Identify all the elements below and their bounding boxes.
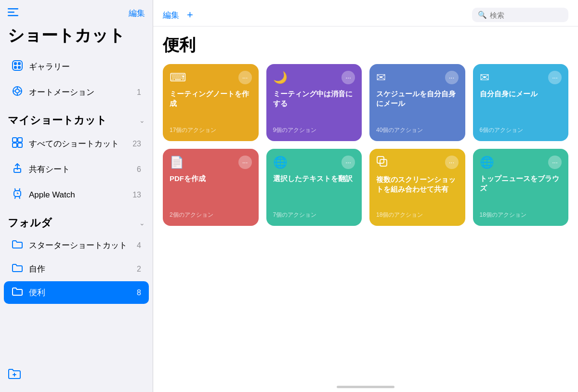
apple-watch-icon <box>12 188 23 201</box>
meeting-notes-icon: ⌨ <box>170 71 186 84</box>
gallery-label: ギャラリー <box>29 61 141 72</box>
translate-text-count: 7個のアクション <box>273 211 355 219</box>
svg-rect-3 <box>15 8 18 10</box>
main-search-bar[interactable]: 🔍 <box>472 8 568 22</box>
shared-icon <box>12 163 23 176</box>
mute-meeting-more-button[interactable]: ··· <box>342 71 355 84</box>
shortcut-card-combine-screenshots[interactable]: ··· 複数のスクリーンショットを組み合わせて共有 18個のアクション <box>369 149 465 226</box>
combine-screenshots-title: 複数のスクリーンショットを組み合わせて共有 <box>376 175 459 208</box>
schedule-mail-count: 40個のアクション <box>376 126 459 134</box>
send-self-mail-more-button[interactable]: ··· <box>548 71 562 84</box>
create-pdf-more-button[interactable]: ··· <box>238 156 252 169</box>
meeting-notes-more-button[interactable]: ··· <box>238 71 252 84</box>
mute-meeting-title: ミーティング中は消音にする <box>273 89 355 123</box>
svg-rect-2 <box>8 15 18 16</box>
search-icon: 🔍 <box>478 11 487 19</box>
svg-rect-4 <box>13 61 22 70</box>
card-top-row: ✉ ··· <box>480 71 562 84</box>
shared-count: 6 <box>137 165 141 174</box>
translate-text-more-button[interactable]: ··· <box>342 156 355 169</box>
translate-text-icon: 🌐 <box>273 156 288 169</box>
schedule-mail-icon: ✉ <box>376 71 386 84</box>
sidebar-toggle-icon[interactable] <box>8 8 18 19</box>
automation-label: オートメーション <box>29 87 131 98</box>
jisaku-folder-icon <box>12 263 23 274</box>
sidebar-edit-button[interactable]: 編集 <box>129 8 145 19</box>
folders-section-header: フォルダ ⌄ <box>0 208 153 234</box>
card-top-row: ✉ ··· <box>376 71 459 84</box>
sidebar-item-apple-watch[interactable]: Apple Watch 13 <box>4 183 149 207</box>
shortcut-card-send-self-mail[interactable]: ✉ ··· 自分自身にメール 6個のアクション <box>473 64 569 141</box>
my-shortcuts-chevron[interactable]: ⌄ <box>139 117 145 124</box>
shortcut-card-top-news[interactable]: 🌐 ··· トップニュースをブラウズ 18個のアクション <box>473 149 569 226</box>
svg-line-25 <box>19 196 20 198</box>
main-top-left: 編集 + <box>163 9 193 21</box>
folders-chevron[interactable]: ⌄ <box>139 219 145 227</box>
svg-rect-16 <box>18 138 22 142</box>
automation-icon <box>12 86 23 99</box>
card-top-row: ··· <box>376 156 459 170</box>
svg-rect-6 <box>18 62 21 65</box>
create-pdf-count: 2個のアクション <box>170 211 252 219</box>
svg-line-24 <box>15 196 15 198</box>
sidebar-item-all[interactable]: すべてのショートカット 23 <box>4 131 149 156</box>
send-self-mail-count: 6個のアクション <box>480 126 562 134</box>
translate-text-title: 選択したテキストを翻訳 <box>273 174 355 208</box>
top-news-title: トップニュースをブラウズ <box>480 174 562 208</box>
combine-screenshots-more-button[interactable]: ··· <box>445 156 459 169</box>
my-shortcuts-section-header: マイショートカット ⌄ <box>0 105 153 131</box>
top-news-more-button[interactable]: ··· <box>548 156 562 169</box>
all-shortcuts-label: すべてのショートカット <box>29 138 127 149</box>
sidebar-bottom <box>0 362 153 392</box>
shortcut-card-translate-text[interactable]: 🌐 ··· 選択したテキストを翻訳 7個のアクション <box>266 149 362 226</box>
shared-label: 共有シート <box>29 164 131 175</box>
svg-rect-7 <box>14 66 17 69</box>
sidebar-item-automation[interactable]: オートメーション 1 <box>4 80 149 105</box>
meeting-notes-title: ミーティングノートを作成 <box>170 89 252 123</box>
schedule-mail-title: スケジュールを自分自身にメール <box>376 89 459 123</box>
shortcut-card-create-pdf[interactable]: 📄 ··· PDFを作成 2個のアクション <box>163 149 259 226</box>
svg-rect-1 <box>8 12 14 13</box>
sidebar-item-benri[interactable]: 便利 8 <box>4 281 149 304</box>
svg-rect-5 <box>14 62 17 65</box>
send-self-mail-title: 自分自身にメール <box>480 89 562 123</box>
sidebar-item-shared[interactable]: 共有シート 6 <box>4 157 149 182</box>
search-input[interactable] <box>490 11 563 19</box>
main-add-button[interactable]: + <box>187 9 193 21</box>
svg-line-22 <box>15 189 15 191</box>
benri-folder-label: 便利 <box>29 287 131 298</box>
combine-screenshots-icon <box>376 156 388 170</box>
main-page-title: 便利 <box>153 26 578 64</box>
main-content: 編集 + 🔍 便利 ⌨ ··· ミーティングノートを作成 17個のアクション 🌙… <box>153 0 578 392</box>
schedule-mail-more-button[interactable]: ··· <box>445 71 459 84</box>
card-top-row: ⌨ ··· <box>170 71 252 84</box>
sidebar-top-bar: 編集 <box>0 0 153 23</box>
combine-screenshots-count: 18個のアクション <box>376 211 459 219</box>
shortcut-card-meeting-notes[interactable]: ⌨ ··· ミーティングノートを作成 17個のアクション <box>163 64 259 141</box>
gallery-icon <box>12 60 23 73</box>
create-pdf-icon: 📄 <box>170 156 184 169</box>
svg-rect-8 <box>18 66 21 69</box>
card-top-row: 📄 ··· <box>170 156 252 169</box>
shortcut-card-mute-meeting[interactable]: 🌙 ··· ミーティング中は消音にする 9個のアクション <box>266 64 362 141</box>
main-edit-button[interactable]: 編集 <box>163 10 179 21</box>
home-indicator <box>337 386 394 388</box>
card-top-row: 🌐 ··· <box>480 156 562 169</box>
folders-title: フォルダ <box>8 216 52 230</box>
sidebar-item-starter[interactable]: スターターショートカット 4 <box>4 234 149 257</box>
apple-watch-count: 13 <box>132 191 141 199</box>
sidebar-item-gallery[interactable]: ギャラリー <box>4 54 149 79</box>
starter-folder-count: 4 <box>137 241 141 250</box>
jisaku-folder-label: 自作 <box>29 263 131 274</box>
shortcut-card-schedule-mail[interactable]: ✉ ··· スケジュールを自分自身にメール 40個のアクション <box>369 64 465 141</box>
sidebar-item-jisaku[interactable]: 自作 2 <box>4 258 149 280</box>
card-top-row: 🌐 ··· <box>273 156 355 169</box>
send-self-mail-icon: ✉ <box>480 71 489 84</box>
all-shortcuts-icon <box>12 137 23 150</box>
add-folder-icon[interactable] <box>8 370 21 382</box>
sidebar: 編集 ショートカット ギャラリー オートメー <box>0 0 153 392</box>
svg-rect-15 <box>13 138 17 142</box>
my-shortcuts-title: マイショートカット <box>8 113 107 128</box>
top-news-count: 18個のアクション <box>480 211 562 219</box>
top-news-icon: 🌐 <box>480 156 494 169</box>
